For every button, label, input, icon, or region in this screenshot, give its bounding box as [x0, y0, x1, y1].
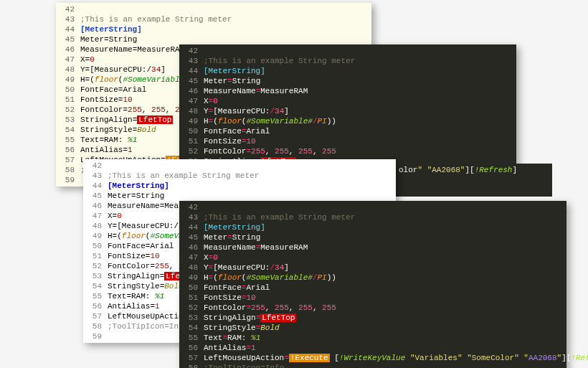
- line-gutter: 424344454647484950515253545556575859: [56, 3, 80, 187]
- line-gutter: 424344454647484950515253545556575859: [83, 159, 108, 343]
- comment-line: ;This is an example String meter: [80, 15, 232, 24]
- code-body[interactable]: ;This is an example String meter [MeterS…: [179, 201, 566, 368]
- error-token: LfetTop: [137, 115, 173, 124]
- bang-token: !Execute: [289, 354, 330, 362]
- line-number: 42: [56, 4, 75, 14]
- section-header: [MeterString]: [80, 25, 142, 34]
- editor-panel-dark-fragment: olor" "AA2068"][!Refresh]: [394, 164, 552, 197]
- editor-panel-dark-upper: 42434445464748495051525354 ;This is an e…: [179, 44, 516, 178]
- line-gutter: 42434445464748495051525354: [179, 44, 204, 178]
- line-gutter: 424344454647484950515253545556575859: [179, 201, 204, 368]
- error-token: LfetTop: [260, 313, 296, 322]
- code-body[interactable]: olor" "AA2068"][!Refresh]: [394, 164, 552, 197]
- editor-panel-dark-lower: 424344454647484950515253545556575859 ;Th…: [179, 201, 566, 368]
- code-body[interactable]: ;This is an example String meter [MeterS…: [179, 44, 516, 178]
